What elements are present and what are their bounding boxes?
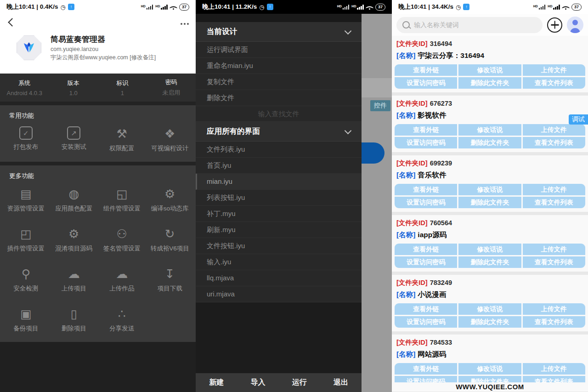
more-menu-icon[interactable]	[184, 23, 186, 25]
upload-file-button[interactable]: 上传文件	[523, 64, 585, 76]
folder-actions: 查看外链 修改话说 上传文件 设置访问密码 删除此文件夹 查看文件列表	[395, 124, 585, 148]
set-password-button[interactable]: 设置访问密码	[395, 256, 457, 268]
menu-delete-file[interactable]: 删除文件	[196, 90, 362, 106]
edit-desc-button[interactable]: 修改话说	[458, 184, 521, 195]
common-functions-grid: ✓ 打包发布 ↗ 安装测试 ⚒ 权限配置 ❖ 可视编程设计	[0, 125, 196, 155]
add-button[interactable]	[547, 17, 562, 33]
menu-run-debug[interactable]: 运行调试界面	[196, 42, 362, 58]
edit-desc-button[interactable]: 修改话说	[458, 124, 521, 136]
func-plugin-manage[interactable]: ◰ 插件管理设置	[2, 227, 50, 253]
file-search-row	[196, 106, 362, 122]
folder-card: [文件夹ID]783249 [名称]小说漫画 查看外链 修改话说 上传文件 设置…	[392, 275, 588, 331]
underlying-blue-button[interactable]	[362, 142, 384, 164]
func-install-test[interactable]: ↗ 安装测试	[50, 126, 98, 153]
signal-icon	[343, 5, 350, 10]
name-keyword-input[interactable]	[396, 17, 543, 33]
file-item[interactable]: 文件列表.iyu	[196, 142, 362, 158]
file-item[interactable]: 刷新.myu	[196, 222, 362, 238]
view-link-button[interactable]: 查看外链	[395, 64, 457, 76]
new-button[interactable]: 新建	[196, 378, 237, 387]
folder-card: [文件夹ID]699239 [名称]音乐软件 查看外链 修改话说 上传文件 设置…	[392, 155, 588, 212]
view-files-button[interactable]: 查看文件列表	[523, 137, 585, 148]
delete-folder-button[interactable]: 删除此文件夹	[458, 137, 521, 148]
back-icon[interactable]	[8, 18, 16, 26]
func-upload-project[interactable]: ☁ 上传项目	[50, 267, 98, 293]
set-password-button[interactable]: 设置访问密码	[395, 77, 457, 89]
palette-icon: ◍	[68, 187, 79, 201]
file-item[interactable]: 列表按钮.iyu	[196, 190, 362, 206]
view-files-button[interactable]: 查看文件列表	[523, 77, 585, 89]
func-visual-design[interactable]: ❖ 可视编程设计	[146, 126, 194, 153]
avatar[interactable]	[567, 17, 583, 33]
func-backup-project[interactable]: ▣ 备份项目	[2, 307, 50, 333]
signal-icon	[539, 5, 546, 10]
file-item[interactable]: 补丁.myu	[196, 206, 362, 222]
edit-desc-button[interactable]: 修改话说	[458, 303, 521, 315]
edit-desc-button[interactable]: 修改话说	[458, 244, 521, 255]
delete-folder-button[interactable]: 删除此文件夹	[458, 197, 521, 208]
func-signature-manage[interactable]: ⚇ 签名管理设置	[98, 227, 146, 253]
set-password-button[interactable]: 设置访问密码	[395, 137, 457, 148]
upload-file-button[interactable]: 上传文件	[523, 244, 585, 255]
view-files-button[interactable]: 查看文件列表	[523, 256, 585, 268]
folder-id-value: 676273	[430, 100, 452, 107]
edit-desc-button[interactable]: 修改话说	[458, 64, 521, 76]
menu-rename[interactable]: 重命名mian.iyu	[196, 58, 362, 74]
all-interfaces-header[interactable]: 应用所有的界面	[196, 122, 362, 142]
battery-indicator: 37	[179, 4, 189, 11]
upload-file-button[interactable]: 上传文件	[523, 184, 585, 195]
func-delete-project[interactable]: ▯ 删除项目	[50, 307, 98, 333]
view-files-button[interactable]: 查看文件列表	[523, 197, 585, 208]
left-bottom-filler	[0, 342, 196, 392]
folder-id-label: [文件夹ID]	[396, 339, 428, 346]
func-security-check[interactable]: ⚲ 安全检测	[2, 267, 50, 293]
func-convert-v6[interactable]: ↻ 转成裕V6项目	[146, 227, 194, 253]
file-item-selected[interactable]: mian.iyu	[196, 174, 362, 190]
upload-file-button[interactable]: 上传文件	[523, 124, 585, 136]
func-component-manage[interactable]: ◱ 组件管理设置	[98, 187, 146, 213]
edit-desc-button[interactable]: 修改话说	[458, 363, 521, 375]
run-button[interactable]: 运行	[279, 378, 320, 387]
set-password-button[interactable]: 设置访问密码	[395, 316, 457, 328]
view-link-button[interactable]: 查看外链	[395, 184, 457, 195]
menu-copy-file[interactable]: 复制文件	[196, 74, 362, 90]
delete-folder-button[interactable]: 删除此文件夹	[458, 316, 521, 328]
func-resource-manage[interactable]: ▤ 资源管理设置	[2, 187, 50, 213]
func-app-color[interactable]: ◍ 应用颜色配置	[50, 187, 98, 213]
func-pack-publish[interactable]: ✓ 打包发布	[2, 126, 50, 153]
import-button[interactable]: 导入	[237, 378, 278, 387]
battery-indicator: 37	[571, 4, 582, 11]
drawer-bottom-bar: 新建 导入 运行 退出	[196, 373, 362, 392]
debug-float-tag[interactable]: 调试	[569, 114, 588, 125]
set-password-button[interactable]: 设置访问密码	[395, 197, 457, 208]
func-compile-so[interactable]: ⚙ 编译so动态库	[146, 187, 194, 213]
func-project-download[interactable]: ↧ 项目下载	[146, 267, 194, 293]
folder-name-value: iapp源码	[418, 231, 447, 239]
view-link-button[interactable]: 查看外链	[395, 363, 457, 375]
file-item[interactable]: 输入.iyu	[196, 254, 362, 270]
view-link-button[interactable]: 查看外链	[395, 244, 457, 255]
folder-card: [文件夹ID]316494 [名称]宇柒云分享：316494 查看外链 修改话说…	[392, 36, 588, 92]
view-files-button[interactable]: 查看文件列表	[523, 316, 585, 328]
gears-icon: ⚙	[164, 187, 175, 201]
delete-folder-button[interactable]: 删除此文件夹	[458, 77, 521, 89]
delete-folder-button[interactable]: 删除此文件夹	[458, 256, 521, 268]
file-item[interactable]: 文件按钮.iyu	[196, 238, 362, 254]
func-obfuscate-source[interactable]: ⚙ 混淆项目源码	[50, 227, 98, 253]
status-bar: 晚上10:41 | 34.4K/s ◷ ↑ HD HD 37	[392, 0, 588, 14]
func-share-send[interactable]: ∴ 分享发送	[98, 307, 146, 333]
view-link-button[interactable]: 查看外链	[395, 303, 457, 315]
func-permission-config[interactable]: ⚒ 权限配置	[98, 126, 146, 153]
file-item[interactable]: llq.mjava	[196, 270, 362, 286]
hd-badge: HD	[548, 5, 552, 8]
file-item[interactable]: 首页.iyu	[196, 158, 362, 174]
upload-file-button[interactable]: 上传文件	[523, 303, 585, 315]
widget-float-tag[interactable]: 控件	[370, 100, 390, 111]
file-item[interactable]: uri.mjava	[196, 286, 362, 302]
exit-button[interactable]: 退出	[320, 378, 362, 387]
upload-file-button[interactable]: 上传文件	[523, 363, 585, 375]
current-design-header[interactable]: 当前设计	[196, 22, 362, 42]
file-search-input[interactable]	[196, 106, 362, 121]
func-upload-work[interactable]: ☁ 上传作品	[98, 267, 146, 293]
view-link-button[interactable]: 查看外链	[395, 124, 457, 136]
